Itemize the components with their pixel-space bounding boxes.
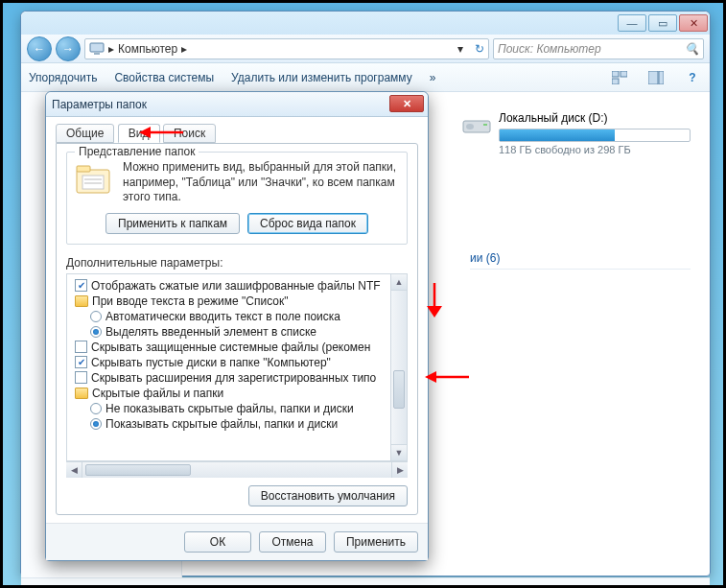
breadcrumb-item[interactable]: Компьютер <box>118 42 177 56</box>
tabs: Общие Вид Поиск <box>56 123 418 144</box>
tree-item-label: Выделять введенный элемент в списке <box>105 325 316 339</box>
disk-icon <box>462 115 491 136</box>
nav-back-button[interactable]: ← <box>27 36 52 61</box>
view-group-text: Можно применить вид, выбранный для этой … <box>123 160 399 205</box>
tree-item[interactable]: Не показывать скрытые файлы, папки и дис… <box>71 401 388 416</box>
annotation-arrow-option <box>423 367 471 387</box>
tree-item-label: Скрытые файлы и папки <box>92 387 223 400</box>
dialog-titlebar: Параметры папок ✕ <box>46 92 428 117</box>
tree-item[interactable]: Скрывать пустые диски в папке "Компьютер… <box>71 355 388 370</box>
radio[interactable] <box>90 311 102 322</box>
checkbox[interactable] <box>75 279 87 292</box>
scroll-down-icon[interactable]: ▼ <box>391 444 407 460</box>
toolbar-overflow-icon[interactable]: » <box>430 71 436 84</box>
dialog-title: Параметры папок <box>52 98 147 111</box>
extra-params-label: Дополнительные параметры: <box>66 256 408 270</box>
restore-defaults-button[interactable]: Восстановить умолчания <box>248 485 408 506</box>
annotation-arrow-tabs <box>137 123 185 142</box>
tree-item-label: Не показывать скрытые файлы, папки и дис… <box>105 402 354 415</box>
apply-button[interactable]: Применить <box>334 531 418 553</box>
view-groupbox: Представление папок Можно применить вид,… <box>66 152 408 245</box>
refresh-icon[interactable]: ↻ <box>475 42 484 56</box>
search-input[interactable]: Поиск: Компьютер 🔍 <box>493 38 704 59</box>
tree-item[interactable]: Скрытые файлы и папки <box>71 386 388 401</box>
svg-rect-3 <box>621 71 627 77</box>
status-bar: Процессор: Intel(R) Core(TM) i3 CP... <box>21 577 710 588</box>
toolbar-properties[interactable]: Свойства системы <box>114 71 214 84</box>
tree-item[interactable]: Скрывать защищенные системные файлы (рек… <box>71 340 388 355</box>
scroll-right-icon[interactable]: ▶ <box>391 462 408 478</box>
tree-item-label: При вводе текста в режиме "Список" <box>92 294 289 308</box>
disk-capacity-bar <box>499 129 691 142</box>
tab-general[interactable]: Общие <box>56 124 114 143</box>
folder-options-icon <box>75 160 113 199</box>
tree-vertical-scrollbar[interactable]: ▲ ▼ <box>390 274 407 460</box>
help-icon[interactable]: ? <box>683 68 702 87</box>
svg-rect-2 <box>612 71 619 77</box>
crumb-arrow-icon: ▸ <box>181 42 187 56</box>
svg-rect-5 <box>648 71 658 84</box>
ok-button[interactable]: ОК <box>184 531 251 553</box>
tree-item-label: Отображать сжатые или зашифрованные файл… <box>91 279 381 293</box>
tree-item-label: Скрывать защищенные системные файлы (рек… <box>91 341 370 354</box>
tree-item[interactable]: Скрывать расширения для зарегистрированн… <box>71 370 388 386</box>
close-button[interactable]: ✕ <box>679 14 708 32</box>
folder-icon <box>75 295 88 307</box>
computer-icon <box>89 41 105 57</box>
tree-item[interactable]: Выделять введенный элемент в списке <box>71 324 388 340</box>
svg-point-8 <box>466 124 474 129</box>
scroll-left-icon[interactable]: ◀ <box>66 462 82 478</box>
svg-rect-0 <box>90 43 104 52</box>
nav-forward-button[interactable]: → <box>56 36 81 61</box>
preview-pane-icon[interactable] <box>646 68 666 87</box>
cancel-button[interactable]: Отмена <box>259 531 326 553</box>
dialog-buttons: ОК Отмена Применить <box>46 523 428 560</box>
checkbox[interactable] <box>75 371 87 384</box>
svg-marker-16 <box>139 127 151 138</box>
tree-item[interactable]: Показывать скрытые файлы, папки и диски <box>71 416 388 432</box>
view-menu-icon[interactable] <box>610 68 629 87</box>
tree-item[interactable]: Автоматически вводить текст в поле поиск… <box>71 309 388 324</box>
dialog-close-button[interactable]: ✕ <box>389 95 424 112</box>
explorer-titlebar: — ▭ ✕ <box>21 12 710 35</box>
tree-item[interactable]: При вводе текста в режиме "Список" <box>71 294 388 309</box>
crumb-arrow-icon: ▸ <box>108 42 114 56</box>
maximize-button[interactable]: ▭ <box>648 14 677 32</box>
svg-rect-1 <box>94 53 100 55</box>
tree-item-label: Скрывать расширения для зарегистрированн… <box>91 371 376 385</box>
svg-rect-4 <box>612 79 619 84</box>
svg-rect-6 <box>659 71 664 84</box>
annotation-arrow-scroll-down <box>423 281 446 319</box>
toolbar-organize[interactable]: Упорядочить <box>29 71 97 84</box>
disk-label: Локальный диск (D:) <box>499 111 691 125</box>
checkbox[interactable] <box>75 356 87 368</box>
address-bar: ← → ▸ Компьютер ▸ ▾ ↻ Поиск: Компьютер 🔍 <box>21 35 710 63</box>
radio[interactable] <box>90 418 102 430</box>
radio[interactable] <box>90 326 102 338</box>
breadcrumb[interactable]: ▸ Компьютер ▸ ▾ ↻ <box>84 38 489 59</box>
dropdown-icon[interactable]: ▾ <box>457 42 463 56</box>
toolbar-uninstall[interactable]: Удалить или изменить программу <box>231 71 412 84</box>
search-placeholder: Поиск: Компьютер <box>498 42 601 56</box>
advanced-tree: Отображать сжатые или зашифрованные файл… <box>66 273 408 461</box>
search-icon: 🔍 <box>685 42 699 56</box>
svg-marker-20 <box>425 371 436 383</box>
disk-item[interactable]: Локальный диск (D:) 118 ГБ свободно из 2… <box>499 111 691 155</box>
scroll-up-icon[interactable]: ▲ <box>391 274 407 291</box>
tree-item[interactable]: Отображать сжатые или зашифрованные файл… <box>71 278 388 294</box>
apply-to-folders-button[interactable]: Применить к папкам <box>105 213 240 234</box>
checkbox[interactable] <box>75 341 87 353</box>
scroll-thumb[interactable] <box>393 370 405 409</box>
minimize-button[interactable]: — <box>618 14 646 32</box>
radio[interactable] <box>90 403 102 414</box>
group-header[interactable]: ии (6) <box>470 251 691 270</box>
svg-marker-18 <box>427 306 442 318</box>
hscroll-thumb[interactable] <box>85 464 191 476</box>
tree-item-label: Скрывать пустые диски в папке "Компьютер… <box>91 356 331 369</box>
advanced-tree-content[interactable]: Отображать сжатые или зашифрованные файл… <box>67 274 390 460</box>
tree-item-label: Показывать скрытые файлы, папки и диски <box>105 417 338 431</box>
svg-rect-12 <box>82 176 104 189</box>
reset-folder-view-button[interactable]: Сброс вида папок <box>247 213 368 234</box>
tab-panel: Представление папок Можно применить вид,… <box>56 143 418 515</box>
tree-horizontal-scrollbar[interactable]: ◀ ▶ <box>66 461 408 478</box>
